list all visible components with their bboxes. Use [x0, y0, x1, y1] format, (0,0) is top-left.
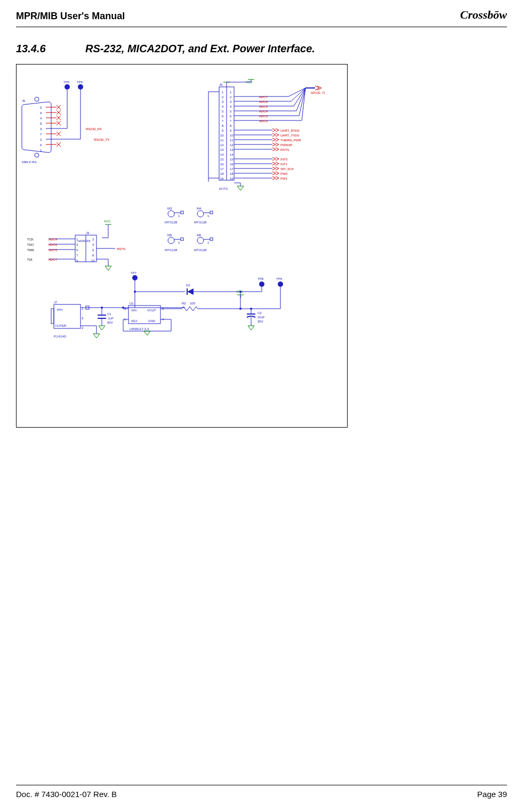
svg-point-0: [35, 97, 39, 101]
j5-int0: INT0: [280, 158, 288, 161]
m4-ref: M4: [197, 207, 202, 210]
db9-pin-4: 4: [40, 117, 42, 120]
j5-pw0: PW0: [280, 172, 288, 175]
m5-pin: 1: [178, 241, 180, 244]
j7-pin3: 3: [82, 317, 84, 320]
db9-partname: DB9-F-RA: [22, 160, 37, 164]
j5-adc5: ADC5: [259, 105, 268, 108]
svg-point-181: [250, 308, 252, 310]
d2-diode: D2: [134, 284, 240, 295]
u1-adj: ADJ: [131, 319, 137, 323]
footer-page: Page 39: [477, 790, 507, 799]
j7-outer: OUTER: [55, 324, 67, 327]
schematic-frame: J6 5 9 4 8 3 7 2 6 1: [16, 64, 348, 428]
u1-ref: U1: [130, 302, 134, 305]
j3-adc7: ADC7: [49, 258, 58, 261]
svg-rect-140: [51, 309, 54, 324]
u1-regulator: U1 VIN VOUT ADJ GND 3 1 2 4 LMS8117-3.3: [122, 302, 176, 335]
db9-ref: J6: [22, 99, 26, 102]
j5-gnd19: [234, 183, 244, 190]
u1-part: LMS8117-3.3: [130, 327, 149, 331]
db9-pin-9: 9: [40, 111, 42, 115]
m4-part: MTG128: [194, 221, 207, 224]
m6-ref: M6: [197, 234, 202, 237]
svg-text:10: 10: [230, 134, 234, 137]
svg-rect-135: [181, 238, 183, 240]
svg-text:5: 5: [222, 110, 224, 113]
j5-adc4: ADC4: [259, 110, 268, 113]
c1-cap: C1 .1uF 50V: [98, 307, 114, 330]
svg-text:3: 3: [222, 100, 224, 103]
svg-point-127: [168, 211, 174, 217]
section-number: 13.4.6: [16, 43, 46, 55]
svg-point-136: [197, 237, 204, 244]
c2-ref: C2: [258, 311, 262, 315]
j5-pin-numbers: 11 22 33 44 55 66 77 88 99 1010 1111 121…: [220, 91, 234, 180]
svg-text:17: 17: [220, 167, 224, 171]
db9-pin-2: 2: [40, 138, 42, 141]
r2-val: 100: [190, 302, 196, 305]
svg-text:7: 7: [230, 119, 232, 123]
j5-adc2: ADC2: [259, 119, 268, 123]
m6-pin: 1: [207, 241, 210, 244]
svg-text:5: 5: [230, 110, 232, 113]
j3-connector: J3 HDR2X5 12 34 56 78 910 VCC RSTN: [75, 220, 125, 270]
j5-adc3: ADC3: [259, 115, 268, 118]
u1-vin: VIN: [131, 309, 136, 312]
svg-text:16: 16: [220, 163, 224, 166]
svg-text:9: 9: [222, 129, 224, 132]
j3-tdo: TDO: [27, 243, 34, 246]
tp5-pad: [65, 84, 70, 90]
j3-adc4: ADC4: [49, 238, 58, 241]
m3-ref: M3: [167, 207, 172, 210]
svg-text:4: 4: [222, 105, 224, 108]
svg-text:10: 10: [220, 134, 224, 137]
svg-rect-138: [210, 238, 213, 240]
svg-text:19: 19: [220, 177, 224, 180]
j5-pw1: PW1: [280, 177, 288, 180]
c2-cap: C2 10uF 35V: [247, 308, 265, 330]
db9-pin-7: 7: [40, 133, 42, 136]
svg-text:6: 6: [230, 115, 232, 118]
svg-text:8: 8: [230, 124, 232, 127]
c1-ref: C1: [107, 312, 111, 316]
rs232-rx: RS232_RX: [86, 127, 102, 131]
svg-point-130: [197, 211, 204, 217]
svg-text:7: 7: [222, 119, 224, 123]
footer-rule: [16, 785, 507, 785]
u1-vout: VOUT: [147, 309, 156, 312]
m4-pin: 1: [207, 214, 210, 218]
j5-adc7: ADC7: [259, 95, 268, 99]
tp5-label: TP5: [63, 81, 70, 84]
j7-pin2: 2: [82, 326, 84, 329]
svg-text:4: 4: [230, 105, 232, 108]
svg-text:3: 3: [76, 243, 78, 246]
svg-text:18: 18: [230, 172, 234, 175]
svg-marker-103: [237, 186, 244, 190]
j5-rstn: RSTN: [280, 148, 289, 151]
db9-connector: J6 5 9 4 8 3 7 2 6 1: [22, 97, 61, 164]
brand-logo: Crossbōw: [460, 8, 507, 22]
svg-text:18: 18: [220, 172, 224, 175]
j5-partname: DOT2: [219, 187, 228, 190]
j5-left-gnd: [208, 92, 219, 182]
svg-marker-168: [144, 331, 150, 335]
r2-resistor: R2 100: [176, 302, 240, 311]
svg-text:16: 16: [230, 163, 234, 166]
j3-tdi: TDI: [27, 258, 33, 261]
tp6-pad: [78, 84, 83, 90]
svg-text:4: 4: [92, 243, 94, 246]
svg-text:13: 13: [230, 148, 234, 151]
svg-point-156: [101, 307, 103, 309]
j5-arrow-ports: [272, 128, 279, 180]
c2-val: 10uF: [258, 316, 265, 319]
tp8-pad: [259, 282, 264, 287]
m3-part: MTG128: [165, 221, 178, 224]
svg-text:10: 10: [91, 259, 95, 262]
svg-text:17: 17: [230, 167, 234, 171]
svg-point-150: [134, 291, 136, 293]
m6-part: MTG128: [194, 248, 207, 252]
j5-int1: INT1: [280, 163, 288, 166]
svg-text:8: 8: [222, 124, 224, 127]
svg-marker-147: [187, 288, 194, 295]
